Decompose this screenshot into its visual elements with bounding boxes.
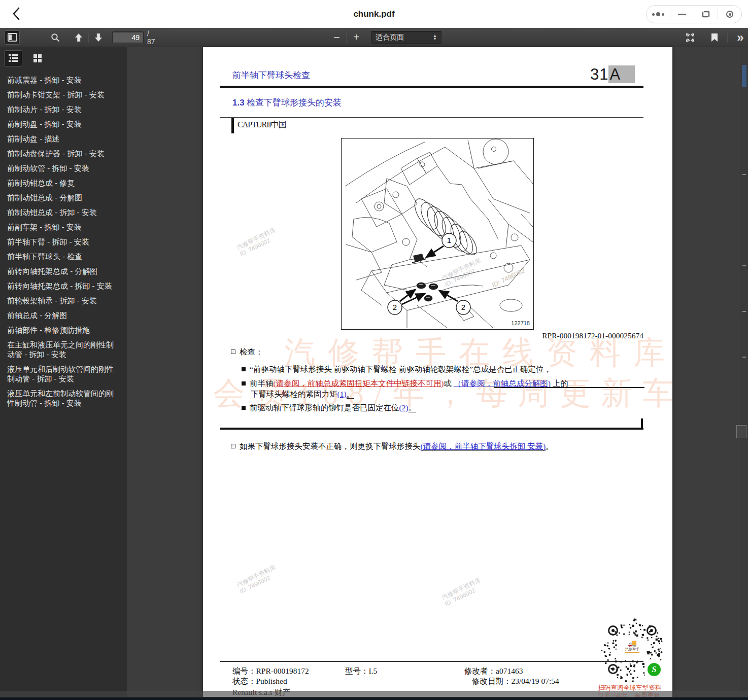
scrollbar-track[interactable]	[740, 47, 748, 700]
fullscreen-icon	[686, 33, 695, 42]
select-spinner-icon: ▲▼	[433, 34, 437, 41]
toc-item[interactable]: 前半轴下臂 - 拆卸 - 安装	[0, 234, 127, 249]
model-label: CAPTURII中国	[237, 120, 286, 130]
app-header: chunk.pdf	[0, 0, 748, 28]
zoom-out-button[interactable]: −	[329, 30, 344, 45]
toc-item[interactable]: 前制动盘 - 拆卸 - 安装	[0, 117, 127, 131]
outline-view-button[interactable]	[4, 50, 22, 66]
restore-icon	[701, 10, 710, 19]
toc-item[interactable]: 前制动盘保护器 - 拆卸 - 安装	[0, 146, 127, 161]
check-item-2: 前半轴(请参阅，前轴总成紧固扭矩本文件中链接不可用)或 （请参阅，前轴总成分解图…	[242, 378, 643, 399]
toc-item[interactable]: 前轴部件 - 检修预防措施	[0, 323, 127, 337]
page-code: 31A	[590, 65, 635, 84]
window-title: chunk.pdf	[0, 0, 748, 28]
search-button[interactable]	[48, 30, 63, 45]
minimize-icon	[678, 14, 686, 15]
section-corner	[641, 418, 643, 430]
restore-button[interactable]	[694, 5, 718, 23]
toc-item[interactable]: 前制动片 - 拆卸 - 安装	[0, 102, 127, 117]
toc-item[interactable]: 前制动软管 - 拆卸 - 安装	[0, 161, 127, 176]
miniprogram-capsule	[646, 5, 742, 23]
callout-2-link[interactable]: (2)	[399, 403, 409, 412]
scrollbar-thumb[interactable]	[736, 425, 746, 438]
bullet-icon	[242, 406, 246, 410]
sidebar-view-switcher	[0, 47, 127, 69]
toc-item[interactable]: 前制动钳总成 - 拆卸 - 安装	[0, 205, 127, 220]
toc-item[interactable]: 前转向轴托架总成 - 分解图	[0, 264, 127, 278]
toc-item[interactable]: 在主缸和液压单元之间的刚性制动管 - 拆卸 - 安装	[0, 337, 127, 362]
footer-doc-number: 编号：RPR-000198172	[232, 666, 309, 677]
more-options-button[interactable]	[647, 5, 670, 23]
diag-watermark: 汽修帮手资料库ID: 7496002	[440, 576, 485, 608]
toc-item[interactable]: 前制动钳总成 - 修复	[0, 176, 127, 190]
footer-rule	[220, 661, 643, 662]
truck-icon: 🚚	[628, 640, 636, 647]
pdf-page: 前半轴下臂球头检查 31A 1.3 检查下臂球形接头的安装 CAPTURII中国	[203, 47, 672, 700]
pdf-viewer[interactable]: 前半轴下臂球头检查 31A 1.3 检查下臂球形接头的安装 CAPTURII中国	[127, 47, 748, 700]
diag-watermark: 汽修帮手资料库ID: 7496002	[235, 564, 280, 595]
toc-item[interactable]: 前轮毂架轴承 - 拆卸 - 安装	[0, 293, 127, 308]
diag-watermark: 汽修帮手资料库ID: 7496002	[235, 226, 280, 258]
bookmark-button[interactable]	[707, 30, 722, 45]
figure-image-number: 122718	[511, 320, 530, 326]
model-box-bar	[231, 118, 234, 133]
next-page-button[interactable]	[91, 30, 106, 45]
minimize-button[interactable]	[670, 5, 694, 23]
check-item-1: “前驱动轴下臂球形接头 前驱动轴下臂螺栓 前驱动轴轮毂架螺栓”总成是否已正确定位…	[242, 364, 642, 374]
toc-item[interactable]: 前制动盘 - 描述	[0, 131, 127, 146]
toc-item[interactable]: 前副车架 - 拆卸 - 安装	[0, 220, 127, 234]
pdf-toolbar: / 87 − + 适合页面 ▲▼ »	[0, 28, 748, 47]
model-box-topline	[220, 117, 643, 118]
square-bullet-icon	[231, 444, 235, 448]
doc-header-title: 前半轴下臂球头检查	[232, 69, 310, 81]
footer-model: 型号：I.5	[345, 666, 377, 677]
bookmark-icon	[711, 33, 718, 42]
header-rule	[220, 86, 643, 88]
toc-item[interactable]: 前制动卡钳支架 - 拆卸 - 安装	[0, 87, 127, 102]
page-number-input[interactable]	[112, 31, 144, 43]
arrow-up-icon	[75, 33, 83, 42]
zoom-level-select[interactable]: 适合页面 ▲▼	[371, 31, 441, 44]
search-icon	[51, 33, 60, 42]
thumbnails-grid-icon	[33, 54, 42, 63]
figure-axle-diagram: 1 2 2 122718 ID: 7496002	[341, 138, 534, 330]
page-total-label: / 87	[147, 29, 156, 46]
toc-item[interactable]: 前轴总成 - 分解图	[0, 308, 127, 323]
callout-1-link[interactable]: (1)	[337, 390, 347, 398]
footer-status: 状态：Published	[232, 676, 287, 687]
figure-callout-1: 1	[447, 236, 451, 244]
thumbnails-view-button[interactable]	[28, 50, 47, 66]
previous-page-button[interactable]	[71, 30, 86, 45]
toc-item[interactable]: 前半轴下臂球头 - 检查	[0, 249, 127, 264]
sidebar-toggle-icon	[8, 33, 17, 42]
ball-joint-removal-link[interactable]: (请参阅，前半轴下臂球头拆卸 安装)	[421, 442, 546, 451]
qr-logo: 🚚 汽修帮手	[620, 638, 644, 655]
replace-note: 如果下臂球形接头安装不正确，则更换下臂球形接头(请参阅，前半轴下臂球头拆卸 安装…	[231, 441, 637, 451]
qr-code: 🚚 汽修帮手 S	[598, 615, 667, 684]
toc-item[interactable]: 液压单元和后制动软管间的刚性制动管 - 拆卸 - 安装	[0, 362, 127, 386]
torque-link-unavailable[interactable]: (请参阅，前轴总成紧固扭矩本文件中链接不可用)	[274, 379, 444, 388]
toc-item[interactable]: 前转向轴托架总成 - 拆卸 - 安装	[0, 278, 127, 293]
sidebar-toggle-button[interactable]	[5, 30, 20, 45]
page-sliver-mark	[742, 65, 746, 87]
toc-item[interactable]: 液压单元和左前制动软管间的刚性制动管 - 拆卸 - 安装	[0, 386, 127, 410]
fullscreen-button[interactable]	[683, 30, 698, 45]
qr-block: 🚚 汽修帮手 S 扫码查询全球车型资料 仅需168/年，每周更新	[598, 615, 667, 699]
outline-list-icon	[8, 54, 18, 63]
close-button[interactable]	[718, 5, 741, 23]
figure-callout-2b: 2	[461, 303, 465, 311]
app-window: chunk.pdf	[0, 0, 748, 700]
wechat-icon: S	[647, 662, 662, 677]
more-tools-button[interactable]: »	[733, 30, 748, 45]
figure-reference: RPR-000198172-01-000025674	[428, 331, 643, 340]
section-end-rule	[220, 428, 643, 430]
bullet-icon	[242, 367, 246, 371]
bottom-edge	[0, 697, 748, 700]
figure-callout-2a: 2	[393, 303, 397, 311]
footer-date: 修改日期：23/04/19 07:54	[472, 676, 559, 687]
toc-item[interactable]: 前减震器 - 拆卸 - 安装	[0, 73, 127, 87]
zoom-in-button[interactable]: +	[349, 30, 364, 45]
toc-item[interactable]: 前制动钳总成 - 分解图	[0, 190, 127, 205]
axle-exploded-view-link[interactable]: （请参阅，前轴总成分解图)	[454, 379, 551, 388]
section-heading: 1.3 检查下臂球形接头的安装	[232, 97, 342, 109]
